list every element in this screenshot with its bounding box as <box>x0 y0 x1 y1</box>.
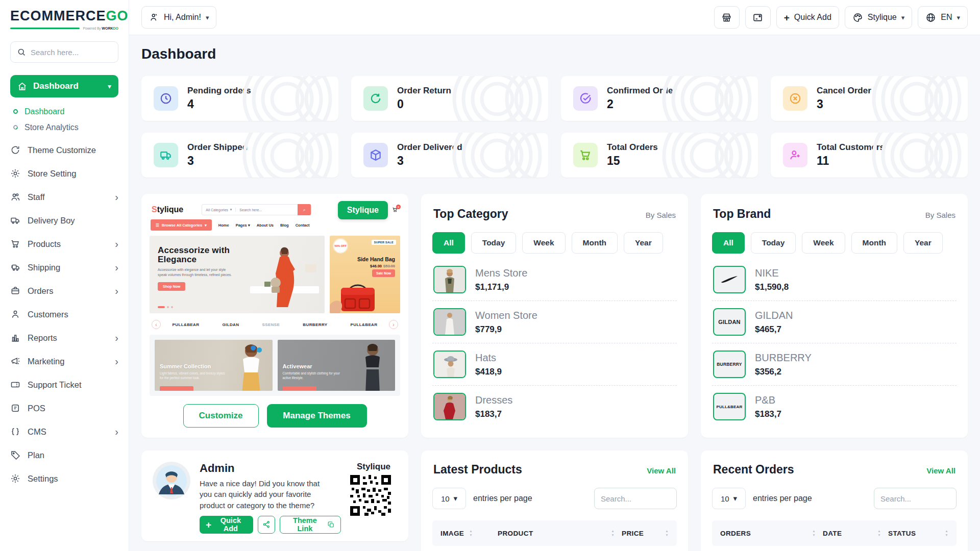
package-icon <box>363 143 388 167</box>
filter-week[interactable]: Week <box>802 232 845 254</box>
sort-icon[interactable]: ▲▼ <box>611 530 615 537</box>
stat-value: 3 <box>187 154 248 168</box>
theme-preview-card: Stylique Stylique All Categories▾ Search… <box>141 194 408 438</box>
share-icon <box>262 520 271 529</box>
stat-label: Total Customers <box>817 142 885 153</box>
entries-per-page-select[interactable]: 10 ▾ <box>432 488 466 509</box>
filter-all[interactable]: All <box>712 232 745 254</box>
sidebar-item-label: Settings <box>28 474 58 484</box>
sidebar-item-plan[interactable]: Plan <box>10 443 118 467</box>
list-item: Women Store$779,9 <box>432 301 677 343</box>
sort-icon[interactable]: ▲▼ <box>665 530 669 537</box>
brand-logo-text: PULL&BEAR <box>172 322 199 327</box>
stat-label: Order Return <box>397 86 451 96</box>
stat-label: Order Shipped <box>187 142 248 153</box>
table-search-input[interactable] <box>594 488 677 509</box>
dashboard-submenu: Dashboard Store Analytics <box>13 104 118 135</box>
by-sales-label: By Sales <box>646 211 676 219</box>
filter-year[interactable]: Year <box>624 232 663 254</box>
list-item: Hats$418,9 <box>432 343 677 386</box>
list-item: Dresses$183,7 <box>432 386 677 428</box>
brand-logo-text: GILDAN <box>222 322 239 327</box>
site-search-button: ⌕ <box>298 204 311 215</box>
filter-week[interactable]: Week <box>522 232 565 254</box>
filter-today[interactable]: Today <box>751 232 796 254</box>
entries-label: entries per page <box>473 494 532 503</box>
column-status[interactable]: STATUS <box>888 530 916 537</box>
quick-add-button[interactable]: + Quick Add <box>776 6 839 29</box>
sidebar-item-shipping[interactable]: Shipping › <box>10 256 118 279</box>
sidebar-item-store-setting[interactable]: Store Setting <box>10 162 118 185</box>
column-date[interactable]: DATE <box>823 530 842 537</box>
sidebar-item-label: Products <box>28 239 61 249</box>
sidebar-search-input[interactable]: Search here... <box>10 41 118 63</box>
item-name: GILDAN <box>755 310 793 321</box>
site-side-banner: SUPER SALE 50% OFF Side Hand Bag $46.00$… <box>330 236 400 313</box>
sort-icon[interactable]: ▲▼ <box>945 530 948 537</box>
sidebar-item-support-ticket[interactable]: Support Ticket <box>10 373 118 396</box>
sort-icon[interactable]: ▲▼ <box>877 530 881 537</box>
language-select-button[interactable]: EN ▾ <box>918 6 968 29</box>
sidebar-item-dashboard[interactable]: Dashboard ▾ <box>10 75 118 97</box>
column-image[interactable]: IMAGE <box>440 530 464 537</box>
plus-icon: + <box>206 520 211 530</box>
filter-year[interactable]: Year <box>903 232 943 254</box>
sidebar-item-theme-customize[interactable]: Theme Customize <box>10 138 118 162</box>
admin-quick-add-button[interactable]: +Quick Add <box>200 516 253 534</box>
top-category-title: Top Category <box>433 207 508 221</box>
theme-select-button[interactable]: Stylique ▾ <box>845 6 912 29</box>
sidebar-item-orders[interactable]: Orders › <box>10 279 118 303</box>
filter-month[interactable]: Month <box>572 232 618 254</box>
share-button[interactable] <box>258 516 276 534</box>
theme-link-button[interactable]: Theme Link <box>280 516 341 534</box>
site-preview: Stylique All Categories▾ Search here... … <box>150 203 400 396</box>
site-cart-icon: ✕ <box>392 207 398 213</box>
column-orders[interactable]: ORDERS <box>720 530 751 537</box>
entries-per-page-select[interactable]: 10 ▾ <box>712 488 746 509</box>
sidebar-item-pos[interactable]: POS <box>10 396 118 420</box>
theme-select-label: Stylique <box>868 13 897 22</box>
item-name: BURBERRY <box>755 352 812 363</box>
column-price[interactable]: PRICE <box>622 530 644 537</box>
sidebar-item-products[interactable]: Products › <box>10 232 118 256</box>
list-item: BURBERRY BURBERRY$356,2 <box>712 343 957 386</box>
promo-text: Comfortable and stylish clothing for you… <box>283 371 349 380</box>
sidebar-item-reports[interactable]: Reports › <box>10 326 118 349</box>
dashboard-grid: Stylique Stylique All Categories▾ Search… <box>141 194 968 551</box>
view-all-link[interactable]: View All <box>647 466 676 475</box>
site-nav-contact: Contact <box>296 223 310 228</box>
sort-icon[interactable]: ▲▼ <box>812 530 816 537</box>
column-product[interactable]: PRODUCT <box>498 530 533 537</box>
table-search-input[interactable] <box>874 488 957 509</box>
sidebar-item-marketing[interactable]: Marketing › <box>10 349 118 373</box>
subnav-item-dashboard[interactable]: Dashboard <box>13 104 118 119</box>
avatar <box>153 462 190 499</box>
filter-all[interactable]: All <box>432 232 465 254</box>
decor-rings <box>656 133 758 178</box>
sidebar-item-label: Staff <box>28 192 45 202</box>
sidebar-item-customers[interactable]: Customers <box>10 303 118 326</box>
card-button[interactable] <box>745 6 771 29</box>
sidebar-item-cms[interactable]: CMS › <box>10 420 118 443</box>
sidebar-item-staff[interactable]: Staff › <box>10 185 118 209</box>
user-menu-button[interactable]: Hi, Admin! ▾ <box>141 6 216 29</box>
filter-month[interactable]: Month <box>851 232 897 254</box>
site-browse-button: ☰Browse All Categories▾ <box>151 219 212 231</box>
language-label: EN <box>941 13 952 22</box>
view-all-link[interactable]: View All <box>926 466 955 475</box>
check-circle-icon <box>573 86 598 111</box>
sidebar-item-delivery-boy[interactable]: Delivery Boy <box>10 209 118 232</box>
stat-label: Pending orders <box>187 86 251 96</box>
copy-icon <box>328 521 334 529</box>
storefront-button[interactable] <box>714 6 740 29</box>
item-name: Dresses <box>475 394 512 406</box>
filter-today[interactable]: Today <box>471 232 517 254</box>
sort-icon[interactable]: ▲▼ <box>469 530 473 537</box>
manage-themes-button[interactable]: Manage Themes <box>267 404 367 428</box>
user-icon <box>149 12 159 22</box>
sidebar-item-settings[interactable]: Settings <box>10 467 118 490</box>
subnav-item-store-analytics[interactable]: Store Analytics <box>13 119 118 135</box>
topbar: Hi, Admin! ▾ + Quick Add Stylique ▾ EN ▾ <box>129 0 980 35</box>
customize-button[interactable]: Customize <box>183 404 259 428</box>
decor-rings <box>236 76 338 121</box>
